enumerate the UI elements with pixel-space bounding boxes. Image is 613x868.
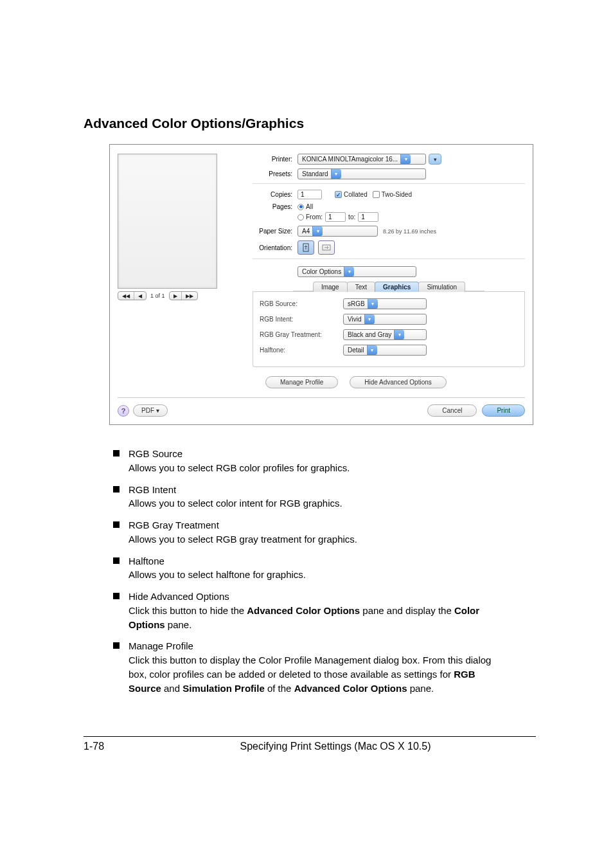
orientation-label: Orientation: xyxy=(253,244,298,251)
page-number: 1-78 xyxy=(84,741,135,752)
orientation-portrait-button[interactable] xyxy=(298,240,314,255)
collated-label: Collated xyxy=(344,191,368,198)
pages-to-label: to: xyxy=(348,213,355,221)
portrait-icon xyxy=(301,243,310,252)
section-select[interactable]: Color Options ▾ xyxy=(298,266,416,277)
dropdown-arrow-icon: ▾ xyxy=(367,345,377,355)
section-value: Color Options xyxy=(302,268,341,275)
printer-label: Printer: xyxy=(253,156,298,163)
bullet-desc: Allows you to select halftone for graphi… xyxy=(129,569,306,580)
dropdown-arrow-icon: ▾ xyxy=(400,154,411,164)
pages-from-label: From: xyxy=(306,213,323,221)
tab-text[interactable]: Text xyxy=(347,282,375,292)
dropdown-arrow-icon: ▾ xyxy=(331,169,341,179)
print-button[interactable]: Print xyxy=(482,404,525,417)
copies-label: Copies: xyxy=(253,191,298,198)
presets-value: Standard xyxy=(302,170,328,177)
rgb-intent-label: RGB Intent: xyxy=(260,316,343,323)
pages-from-input[interactable] xyxy=(325,212,346,222)
rgb-intent-value: Vivid xyxy=(348,316,362,323)
bullet-title: Hide Advanced Options xyxy=(129,590,495,604)
bullet-title: RGB Intent xyxy=(129,483,495,497)
prev-page-icon[interactable]: ◀ xyxy=(134,292,146,300)
halftone-value: Detail xyxy=(348,347,364,354)
paper-size-label: Paper Size: xyxy=(253,228,298,235)
preview-nav-back[interactable]: ◀◀ ◀ xyxy=(118,291,147,300)
page-heading: Advanced Color Options/Graphics xyxy=(84,116,536,131)
pages-to-input[interactable] xyxy=(358,212,378,222)
last-page-icon[interactable]: ▶▶ xyxy=(182,292,197,300)
print-preview xyxy=(118,154,217,289)
print-dialog: ◀◀ ◀ 1 of 1 ▶ ▶▶ Printer: KONICA MINOLTA… xyxy=(109,144,533,425)
hide-advanced-button[interactable]: Hide Advanced Options xyxy=(350,376,447,388)
bullet-desc: Allows you to select color intent for RG… xyxy=(129,498,342,509)
preview-page-count: 1 of 1 xyxy=(150,293,165,299)
halftone-select[interactable]: Detail▾ xyxy=(343,345,427,356)
paper-dimensions: 8.26 by 11.69 inches xyxy=(383,228,436,235)
dropdown-arrow-icon: ▾ xyxy=(368,299,378,309)
cancel-button[interactable]: Cancel xyxy=(427,404,477,417)
rgb-gray-label: RGB Gray Treatment: xyxy=(260,331,343,338)
tab-simulation[interactable]: Simulation xyxy=(418,282,465,292)
dropdown-arrow-icon: ▾ xyxy=(312,226,323,236)
dropdown-arrow-icon: ▾ xyxy=(364,314,375,324)
bullet-title: RGB Source xyxy=(129,447,495,461)
orientation-landscape-button[interactable] xyxy=(318,240,335,255)
rgb-gray-value: Black and Gray xyxy=(348,331,391,338)
pages-all-radio[interactable] xyxy=(298,204,304,210)
preview-nav-forward[interactable]: ▶ ▶▶ xyxy=(169,291,198,300)
help-button[interactable]: ? xyxy=(118,405,129,417)
footer-section: Specifying Print Settings (Mac OS X 10.5… xyxy=(135,741,536,752)
collated-checkbox[interactable]: ✓Collated xyxy=(335,191,368,198)
bullet-desc: Allows you to select RGB gray treatment … xyxy=(129,534,357,545)
bullet-title: Manage Profile xyxy=(129,639,495,653)
dropdown-arrow-icon: ▾ xyxy=(394,330,404,339)
pages-range-radio[interactable] xyxy=(298,214,304,221)
tab-image[interactable]: Image xyxy=(313,282,348,292)
printer-select[interactable]: KONICA MINOLTAmagicolor 16... ▾ xyxy=(298,154,426,165)
printer-value: KONICA MINOLTAmagicolor 16... xyxy=(302,156,398,163)
rgb-gray-select[interactable]: Black and Gray▾ xyxy=(343,329,427,340)
paper-size-select[interactable]: A4 ▾ xyxy=(298,226,378,237)
landscape-icon xyxy=(322,243,331,252)
pdf-menu-button[interactable]: PDF ▾ xyxy=(133,404,168,417)
bullet-title: RGB Gray Treatment xyxy=(129,518,495,532)
paper-size-value: A4 xyxy=(302,228,310,235)
rgb-source-value: sRGB xyxy=(348,300,365,307)
copies-input[interactable] xyxy=(298,190,322,199)
bullet-desc: Click this button to display the Color P… xyxy=(129,655,491,694)
bullet-desc: Click this button to hide the Advanced C… xyxy=(129,605,479,630)
printer-info-button[interactable]: ▾ xyxy=(429,154,441,165)
two-sided-label: Two-Sided xyxy=(382,191,412,198)
halftone-label: Halftone: xyxy=(260,347,343,354)
first-page-icon[interactable]: ◀◀ xyxy=(118,292,134,300)
next-page-icon[interactable]: ▶ xyxy=(170,292,182,300)
rgb-source-select[interactable]: sRGB▾ xyxy=(343,298,427,309)
rgb-intent-select[interactable]: Vivid▾ xyxy=(343,314,427,325)
tab-graphics[interactable]: Graphics xyxy=(375,282,419,292)
manage-profile-button[interactable]: Manage Profile xyxy=(265,376,338,388)
two-sided-checkbox[interactable]: Two-Sided xyxy=(373,191,412,198)
dropdown-arrow-icon: ▾ xyxy=(344,267,354,276)
pages-label: Pages: xyxy=(253,203,298,210)
bullet-desc: Allows you to select RGB color profiles … xyxy=(129,462,350,473)
bullet-title: Halftone xyxy=(129,554,495,568)
presets-label: Presets: xyxy=(253,170,298,177)
rgb-source-label: RGB Source: xyxy=(260,300,343,307)
pages-all-label: All xyxy=(306,203,313,210)
presets-select[interactable]: Standard ▾ xyxy=(298,168,426,179)
